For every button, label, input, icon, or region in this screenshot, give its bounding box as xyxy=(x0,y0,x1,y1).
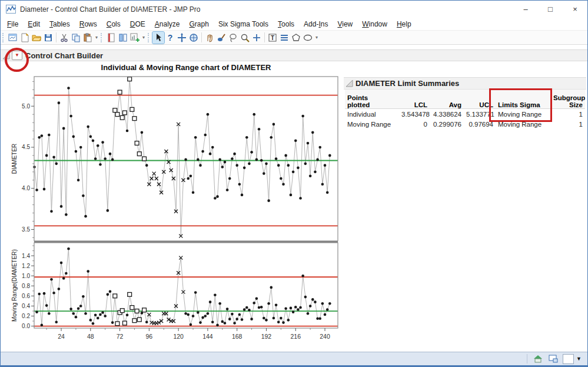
y-axis: 3.54.04.55.0 xyxy=(22,81,34,237)
line-annotate-icon[interactable] xyxy=(278,32,290,44)
y-axis: 0.00.20.40.60.81.01.21.4 xyxy=(22,246,34,329)
menu-graph[interactable]: Graph xyxy=(185,19,214,29)
menu-tools[interactable]: Tools xyxy=(273,19,299,29)
help-tool-icon[interactable]: ? xyxy=(164,32,176,44)
jmp-report-icon xyxy=(6,5,16,14)
maximize-button[interactable]: □ xyxy=(538,1,563,18)
dropdown-caret-icon[interactable]: ▼ xyxy=(576,356,582,362)
paste-icon[interactable] xyxy=(82,32,94,44)
cut-icon[interactable] xyxy=(58,32,70,44)
individual-chart[interactable]: 3.54.04.55.0DIAMETER xyxy=(11,77,338,241)
menu-rows[interactable]: Rows xyxy=(75,19,102,29)
menu-edit[interactable]: Edit xyxy=(23,19,45,29)
column-switcher-icon[interactable] xyxy=(117,32,129,44)
toolbar-overflow-arrow[interactable]: ▾ xyxy=(314,35,320,40)
svg-text:4.5: 4.5 xyxy=(22,144,30,150)
menu-bar: FileEditTablesRowsColsDOEAnalyzeGraphSix… xyxy=(1,18,587,30)
table-cell: 4.338624 xyxy=(430,111,464,118)
limit-summaries-header: DIAMETER Limit Summaries xyxy=(344,77,586,90)
journal-icon[interactable] xyxy=(105,32,117,44)
oval-tool-icon[interactable] xyxy=(302,32,314,44)
toolbar-separator xyxy=(56,32,57,42)
copy-icon[interactable] xyxy=(70,32,82,44)
svg-text:192: 192 xyxy=(261,333,272,340)
toolbar-grip xyxy=(101,33,104,42)
text-annotate-icon[interactable]: T xyxy=(267,32,278,44)
window-title: Diameter - Control Chart Builder of DIAM… xyxy=(20,5,201,14)
minimize-button[interactable]: – xyxy=(513,1,538,18)
menu-tables[interactable]: Tables xyxy=(45,19,75,29)
toolbar-grip xyxy=(2,33,5,42)
jmp-window: Diameter - Control Chart Builder of DIAM… xyxy=(0,0,588,367)
outline-title: Control Chart Builder xyxy=(25,51,103,60)
toolbar-grip xyxy=(148,33,151,42)
menu-view[interactable]: View xyxy=(333,19,357,29)
y-axis-title: Moving Range(DIAMETER) xyxy=(11,249,18,322)
open-icon[interactable] xyxy=(31,32,42,44)
menu-doe[interactable]: DOE xyxy=(125,19,150,29)
column-header: SubgroupSize xyxy=(551,90,585,108)
toolbar-separator xyxy=(201,32,202,42)
window-manager-icon[interactable] xyxy=(547,353,559,364)
menu-window[interactable]: Window xyxy=(357,19,392,29)
limit-summaries-title: DIAMETER Limit Summaries xyxy=(356,79,459,88)
selection-wheel-icon[interactable] xyxy=(188,32,200,44)
table-cell: 0 xyxy=(399,121,430,128)
window-controls: – □ × xyxy=(513,1,587,18)
menu-file[interactable]: File xyxy=(2,19,23,29)
svg-text:1.4: 1.4 xyxy=(22,253,30,259)
table-cell: 0.299076 xyxy=(430,121,464,128)
svg-text:120: 120 xyxy=(173,333,184,340)
brush-tool-icon[interactable] xyxy=(215,32,227,44)
graph-builder-icon[interactable] xyxy=(129,32,141,44)
lasso-tool-icon[interactable] xyxy=(227,32,239,44)
polygon-tool-icon[interactable] xyxy=(290,32,302,44)
column-header: Avg xyxy=(430,90,464,108)
home-icon[interactable] xyxy=(532,353,544,364)
menu-add-ins[interactable]: Add-Ins xyxy=(299,19,333,29)
blank-button[interactable] xyxy=(563,354,574,364)
report-content: ▼ Control Chart Builder Individual & Mov… xyxy=(1,45,587,355)
disclosure-triangle-icon[interactable] xyxy=(346,80,353,87)
svg-text:0.0: 0.0 xyxy=(22,323,30,329)
annotation-circle xyxy=(5,48,29,72)
table-cell: 1 xyxy=(551,121,585,128)
title-bar: Diameter - Control Chart Builder of DIAM… xyxy=(1,1,587,18)
save-icon[interactable] xyxy=(42,32,54,44)
crosshair-tool-icon[interactable] xyxy=(251,32,263,44)
svg-text:1.0: 1.0 xyxy=(22,273,30,279)
svg-text:5.0: 5.0 xyxy=(22,103,30,110)
svg-text:168: 168 xyxy=(232,333,242,340)
svg-text:72: 72 xyxy=(117,333,124,340)
annotation-rectangle xyxy=(489,88,552,122)
close-button[interactable]: × xyxy=(563,1,587,18)
svg-text:0.6: 0.6 xyxy=(22,293,30,299)
menu-cols[interactable]: Cols xyxy=(102,19,125,29)
statusbar-separator xyxy=(527,354,527,363)
toolbar: ▾▾?T▾ xyxy=(1,30,587,45)
svg-text:240: 240 xyxy=(320,333,330,340)
column-header: LCL xyxy=(399,90,430,108)
move-tool-icon[interactable] xyxy=(176,32,188,44)
y-axis-title: DIAMETER xyxy=(11,144,18,174)
menu-help[interactable]: Help xyxy=(392,19,416,29)
grabber-tool-icon[interactable] xyxy=(204,32,215,44)
chart-title: Individual & Moving Range chart of DIAME… xyxy=(34,63,338,72)
table-cell: 3.543478 xyxy=(399,111,430,118)
svg-text:1.2: 1.2 xyxy=(22,263,30,269)
toolbar-overflow-arrow[interactable]: ▾ xyxy=(94,35,99,40)
table-cell: 1 xyxy=(551,111,585,118)
table-cell: Individual xyxy=(345,111,399,118)
arrow-tool-icon[interactable] xyxy=(152,32,164,44)
toolbar-overflow-arrow[interactable]: ▾ xyxy=(141,35,147,40)
svg-text:48: 48 xyxy=(87,333,94,340)
magnifier-tool-icon[interactable] xyxy=(239,32,251,44)
menu-analyze[interactable]: Analyze xyxy=(150,19,185,29)
new-window-icon[interactable] xyxy=(7,32,19,44)
control-charts[interactable]: 3.54.04.55.0DIAMETER0.00.20.40.60.81.01.… xyxy=(9,74,348,346)
new-journal-icon[interactable] xyxy=(19,32,31,44)
menu-six-sigma-tools[interactable]: Six Sigma Tools xyxy=(214,19,273,29)
moving-range-chart[interactable]: 0.00.20.40.60.81.01.21.4Moving Range(DIA… xyxy=(11,243,338,329)
svg-text:0.8: 0.8 xyxy=(22,283,30,289)
svg-text:144: 144 xyxy=(202,333,213,340)
